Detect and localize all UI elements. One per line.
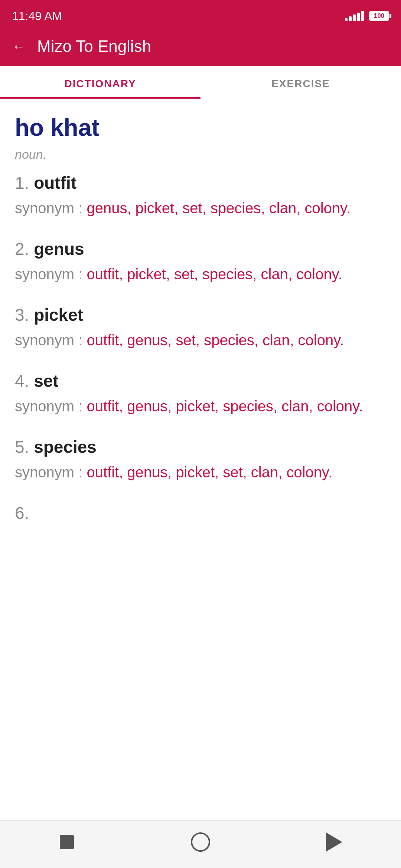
definition-item-1: 1. outfit synonym : genus, picket, set, … <box>15 173 386 220</box>
nav-back-button[interactable] <box>323 831 345 853</box>
bottom-nav <box>0 820 401 868</box>
nav-home-button[interactable] <box>189 831 212 853</box>
def-header-3: 3. picket <box>15 305 386 325</box>
def-header-4: 4. set <box>15 371 386 391</box>
definition-item-4: 4. set synonym : outfit, genus, picket, … <box>15 371 386 418</box>
tab-dictionary[interactable]: DICTIONARY <box>0 66 200 99</box>
triangle-icon <box>326 832 342 852</box>
definition-item-6-partial: 6. <box>15 503 386 523</box>
signal-icon <box>345 11 364 21</box>
square-icon <box>60 835 74 849</box>
back-button[interactable]: ← <box>12 39 26 53</box>
synonym-line-1: synonym : genus, picket, set, species, c… <box>15 197 386 220</box>
app-title: Mizo To English <box>37 37 151 56</box>
definition-item-5: 5. species synonym : outfit, genus, pick… <box>15 437 386 484</box>
synonym-line-3: synonym : outfit, genus, set, species, c… <box>15 329 386 352</box>
synonym-line-5: synonym : outfit, genus, picket, set, cl… <box>15 461 386 484</box>
status-icons: 100 <box>345 11 389 21</box>
circle-icon <box>191 832 210 852</box>
status-time: 11:49 AM <box>12 9 62 23</box>
synonym-line-2: synonym : outfit, picket, set, species, … <box>15 263 386 286</box>
word-type: noun. <box>15 147 386 162</box>
app-header: ← Mizo To English <box>0 30 401 66</box>
def-header-5: 5. species <box>15 437 386 457</box>
tab-exercise[interactable]: EXERCISE <box>200 66 401 99</box>
tab-bar: DICTIONARY EXERCISE <box>0 66 401 99</box>
nav-square-button[interactable] <box>56 831 78 853</box>
def-header-2: 2. genus <box>15 239 386 259</box>
status-bar: 11:49 AM 100 <box>0 0 401 30</box>
definition-item-3: 3. picket synonym : outfit, genus, set, … <box>15 305 386 352</box>
battery-icon: 100 <box>369 11 389 21</box>
word-title: ho khat <box>15 114 386 141</box>
def-header-1: 1. outfit <box>15 173 386 193</box>
content-area: ho khat noun. 1. outfit synonym : genus,… <box>0 99 401 820</box>
definition-item-2: 2. genus synonym : outfit, picket, set, … <box>15 239 386 286</box>
synonym-line-4: synonym : outfit, genus, picket, species… <box>15 395 386 418</box>
